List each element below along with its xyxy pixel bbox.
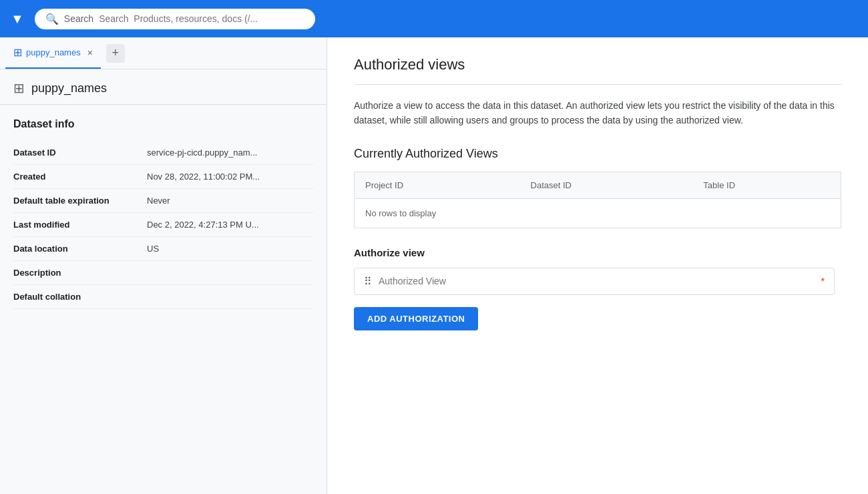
table-column-header: Dataset ID xyxy=(520,172,693,198)
table-header-row: Project IDDataset IDTable ID xyxy=(355,172,841,198)
info-label: Default collation xyxy=(13,285,147,309)
info-value: US xyxy=(147,237,313,261)
top-header: ▼ 🔍 Search xyxy=(0,0,868,37)
search-input[interactable] xyxy=(99,13,304,24)
tab-dataset-icon: ⊞ xyxy=(13,46,22,59)
search-label: Search xyxy=(64,13,93,24)
tab-add-button[interactable]: + xyxy=(106,44,125,63)
add-authorization-button[interactable]: ADD AUTHORIZATION xyxy=(354,307,478,330)
tab-close-icon[interactable]: × xyxy=(87,47,93,58)
info-value: Dec 2, 2022, 4:27:13 PM U... xyxy=(147,213,313,237)
main-layout: ⊞ puppy_names × + ⊞ puppy_names Dataset … xyxy=(0,37,868,494)
header-dropdown-icon[interactable]: ▼ xyxy=(11,11,24,27)
info-row: Description xyxy=(13,261,313,285)
authorized-view-input[interactable] xyxy=(379,276,815,286)
table-column-header: Project ID xyxy=(355,172,520,198)
info-label: Data location xyxy=(13,237,147,261)
tab-label: puppy_names xyxy=(26,47,81,57)
left-panel: ⊞ puppy_names × + ⊞ puppy_names Dataset … xyxy=(0,37,327,494)
table-row: No rows to display xyxy=(355,198,841,228)
info-row: Data location US xyxy=(13,237,313,261)
info-value: Never xyxy=(147,189,313,213)
table-column-header: Table ID xyxy=(692,172,841,198)
info-label: Default table expiration xyxy=(13,189,147,213)
info-table: Dataset ID service-pj-cicd.puppy_nam... … xyxy=(13,141,313,309)
search-bar: 🔍 Search xyxy=(35,9,315,29)
info-value: service-pj-cicd.puppy_nam... xyxy=(147,141,313,165)
info-label: Description xyxy=(13,261,147,285)
input-grid-icon: ⠿ xyxy=(364,275,372,288)
info-label: Created xyxy=(13,165,147,189)
info-row: Default collation xyxy=(13,285,313,309)
panel-title: Authorized views xyxy=(354,56,841,73)
panel-divider xyxy=(354,84,841,85)
tabs-bar: ⊞ puppy_names × + xyxy=(0,37,327,69)
info-value xyxy=(147,261,313,285)
info-section-title: Dataset info xyxy=(13,118,313,130)
dataset-info-section: Dataset info Dataset ID service-pj-cicd.… xyxy=(0,105,327,494)
required-star: * xyxy=(821,276,825,286)
info-row: Last modified Dec 2, 2022, 4:27:13 PM U.… xyxy=(13,213,313,237)
info-row: Created Nov 28, 2022, 11:00:02 PM... xyxy=(13,165,313,189)
tab-puppy-names[interactable]: ⊞ puppy_names × xyxy=(5,37,101,69)
right-panel: Authorized views Authorize a view to acc… xyxy=(327,37,868,494)
dataset-header-icon: ⊞ xyxy=(13,80,25,96)
info-label: Last modified xyxy=(13,213,147,237)
authorized-table: Project IDDataset IDTable ID No rows to … xyxy=(354,172,841,228)
info-value xyxy=(147,285,313,309)
info-label: Dataset ID xyxy=(13,141,147,165)
authorize-view-title: Authorize view xyxy=(354,247,841,258)
info-row: Dataset ID service-pj-cicd.puppy_nam... xyxy=(13,141,313,165)
dataset-title: puppy_names xyxy=(31,81,107,95)
dataset-header: ⊞ puppy_names xyxy=(0,69,327,105)
info-value: Nov 28, 2022, 11:00:02 PM... xyxy=(147,165,313,189)
authorized-view-input-wrapper: ⠿ * xyxy=(354,268,835,295)
search-icon: 🔍 xyxy=(45,13,59,25)
info-row: Default table expiration Never xyxy=(13,189,313,213)
panel-description: Authorize a view to access the data in t… xyxy=(354,98,835,128)
no-rows-text: No rows to display xyxy=(365,208,436,218)
currently-authorized-title: Currently Authorized Views xyxy=(354,147,841,161)
